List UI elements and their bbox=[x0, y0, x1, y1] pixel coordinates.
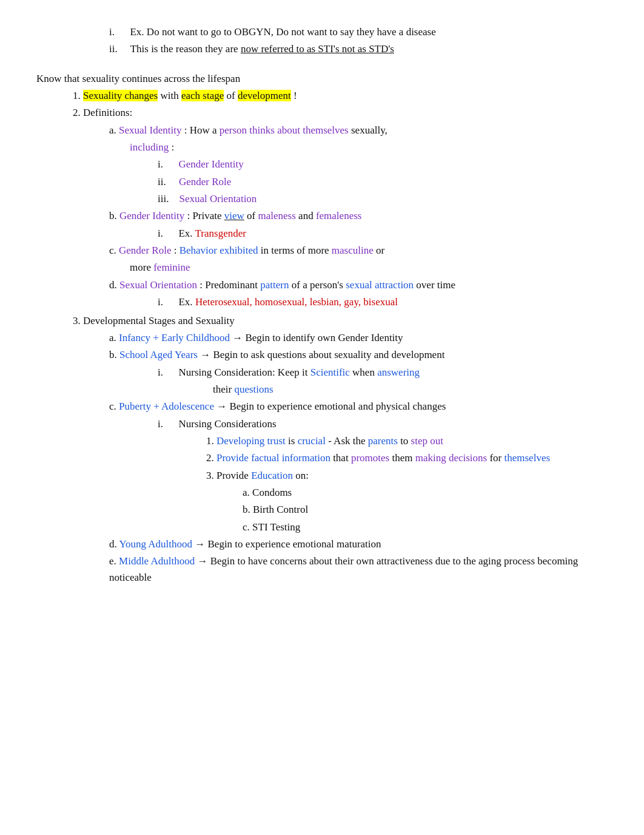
def-a-ii-text: Gender Role bbox=[179, 176, 231, 188]
def-b-maleness: maleness bbox=[258, 210, 296, 221]
def-a-including: including bbox=[130, 141, 169, 153]
list-2-num: 2. bbox=[73, 107, 83, 118]
dev-c-3b-text: b. Birth Control bbox=[243, 504, 308, 515]
dev-c-3c-text: c. STI Testing bbox=[243, 521, 300, 533]
def-a-ii-line: ii. Gender Role bbox=[158, 174, 608, 190]
dev-b-line: b. School Aged Years → Begin to ask ques… bbox=[109, 347, 608, 363]
def-c-behavior: Behavior exhibited bbox=[179, 245, 258, 256]
def-a-colon: : How a bbox=[184, 124, 220, 136]
def-a-colon2: : bbox=[171, 141, 174, 153]
dev-b-i-scientific: Scientific bbox=[310, 367, 350, 378]
dev-c-2-factual: Provide factual information bbox=[216, 452, 330, 464]
def-c-colon: : bbox=[174, 245, 179, 256]
know-that-text: Know that sexuality continues across the… bbox=[36, 73, 240, 84]
def-b-i-ex: Ex. bbox=[178, 228, 195, 239]
dev-a-line: a. Infancy + Early Childhood → Begin to … bbox=[109, 330, 608, 346]
def-b-and: and bbox=[298, 210, 316, 221]
dev-c-3c-line: c. STI Testing bbox=[243, 519, 608, 535]
def-a-i-text: Gender Identity bbox=[178, 158, 243, 170]
dev-b-arrow: → Begin to ask questions about sexuality… bbox=[200, 349, 444, 360]
def-b-line: b. Gender Identity : Private view of mal… bbox=[109, 208, 608, 224]
def-d-pattern: pattern bbox=[260, 279, 289, 291]
dev-c-label: c. bbox=[109, 401, 119, 412]
def-d-i-label: i. bbox=[158, 296, 176, 308]
dev-b-i-questions: questions bbox=[234, 384, 273, 395]
dev-c-i-text: Nursing Considerations bbox=[178, 418, 276, 430]
each-stage: each stage bbox=[181, 90, 224, 101]
list-item-3: 3. Developmental Stages and Sexuality bbox=[73, 313, 608, 329]
dev-c-2-line: 2. Provide factual information that prom… bbox=[206, 450, 608, 466]
dev-b-school: School Aged Years bbox=[119, 349, 198, 360]
def-a-i-line: i. Gender Identity bbox=[158, 157, 608, 172]
list-item-2: 2. Definitions: bbox=[73, 105, 608, 121]
dev-a-infancy: Infancy + Early Childhood bbox=[119, 332, 230, 343]
dev-c-1-num: 1. bbox=[206, 435, 216, 447]
def-a-including-line: including : bbox=[109, 140, 608, 155]
know-that-line: Know that sexuality continues across the… bbox=[36, 71, 608, 87]
roman-ii-label: ii. bbox=[109, 43, 118, 55]
def-c-masc: masculine bbox=[332, 245, 374, 256]
def-a-iii-label: iii. bbox=[158, 193, 176, 205]
dev-e-line: e. Middle Adulthood → Begin to have conc… bbox=[109, 553, 608, 586]
dev-c-3b-line: b. Birth Control bbox=[243, 502, 608, 518]
def-a-person: person thinks about themselves bbox=[220, 124, 349, 136]
def-d-line: d. Sexual Orientation : Predominant patt… bbox=[109, 277, 608, 293]
def-d-i-examples: Heterosexual, homosexual, lesbian, gay, … bbox=[195, 296, 398, 308]
dev-c-1-line: 1. Developing trust is crucial - Ask the… bbox=[206, 433, 608, 449]
dev-c-1-ask: - Ask the bbox=[328, 435, 368, 447]
def-c-line2: more feminine bbox=[109, 260, 608, 276]
dev-c-line: c. Puberty + Adolescence → Begin to expe… bbox=[109, 399, 608, 414]
dev-b-label: b. bbox=[109, 349, 119, 360]
def-b-colon: : Private bbox=[187, 210, 224, 221]
def-c-gender-role: Gender Role bbox=[119, 245, 171, 256]
list-3-text: 3. Developmental Stages and Sexuality bbox=[73, 315, 235, 326]
dev-b-i-line2: their questions bbox=[158, 382, 608, 397]
list1-end: ! bbox=[293, 90, 297, 101]
roman-ii-text: This is the reason they are now referred… bbox=[130, 43, 394, 55]
def-a-label: a. bbox=[109, 124, 119, 136]
def-c-line: c. Gender Role : Behavior exhibited in t… bbox=[109, 243, 608, 259]
dev-c-1-parents: parents bbox=[368, 435, 398, 447]
dev-b-i-when: when bbox=[352, 367, 377, 378]
def-b-gender-identity: Gender Identity bbox=[119, 210, 184, 221]
def-d-over: over time bbox=[416, 279, 455, 291]
development: development bbox=[238, 90, 291, 101]
def-b-femaleness: femaleness bbox=[316, 210, 362, 221]
def-d-i-ex: Ex. bbox=[178, 296, 195, 308]
dev-d-label: d. bbox=[109, 538, 119, 550]
roman-i-text: Ex. Do not want to go to OBGYN, Do not w… bbox=[130, 26, 435, 38]
def-b-view: view bbox=[224, 210, 244, 221]
dev-c-arrow: → Begin to experience emotional and phys… bbox=[216, 401, 446, 412]
dev-c-3-on: on: bbox=[295, 470, 309, 481]
def-a-i-label: i. bbox=[158, 158, 176, 170]
dev-a-arrow: → Begin to identify own Gender Identity bbox=[232, 332, 403, 343]
def-a-sexual-identity: Sexual Identity bbox=[119, 124, 181, 136]
dev-b-i-nursing: Nursing Consideration: Keep it bbox=[178, 367, 310, 378]
def-b-label: b. bbox=[109, 210, 119, 221]
dev-c-i-line: i. Nursing Considerations bbox=[158, 416, 608, 432]
def-b-i-line: i. Ex. Transgender bbox=[158, 226, 608, 242]
def-a-post: sexually, bbox=[351, 124, 387, 136]
dev-e-middle: Middle Adulthood bbox=[119, 555, 195, 567]
dev-c-1-to: to bbox=[400, 435, 411, 447]
sexuality-changes: Sexuality changes bbox=[83, 90, 158, 101]
dev-c-2-mid: that bbox=[333, 452, 351, 464]
list1-of: of bbox=[227, 90, 238, 101]
dev-c-1-step: step out bbox=[411, 435, 443, 447]
dev-b-i-label: i. bbox=[158, 367, 176, 378]
def-d-label: d. bbox=[109, 279, 119, 291]
list-item-1: 1. Sexuality changes with each stage of … bbox=[73, 88, 608, 104]
def-b-i-label: i. bbox=[158, 228, 176, 239]
dev-d-line: d. Young Adulthood → Begin to experience… bbox=[109, 536, 608, 552]
def-a-iii-text: Sexual Orientation bbox=[179, 193, 257, 205]
def-b-i-transgender: Transgender bbox=[195, 228, 246, 239]
dev-e-label: e. bbox=[109, 555, 119, 567]
dev-a-label: a. bbox=[109, 332, 119, 343]
def-a-ii-label: ii. bbox=[158, 176, 176, 188]
def-c-fem: feminine bbox=[153, 262, 190, 273]
dev-c-1-crucial: crucial bbox=[298, 435, 326, 447]
dev-b-i-line: i. Nursing Consideration: Keep it Scient… bbox=[158, 365, 608, 380]
roman-i-label: i. bbox=[109, 26, 115, 38]
def-d-colon: : Predominant bbox=[200, 279, 260, 291]
dev-c-1-trust: Developing trust bbox=[216, 435, 286, 447]
